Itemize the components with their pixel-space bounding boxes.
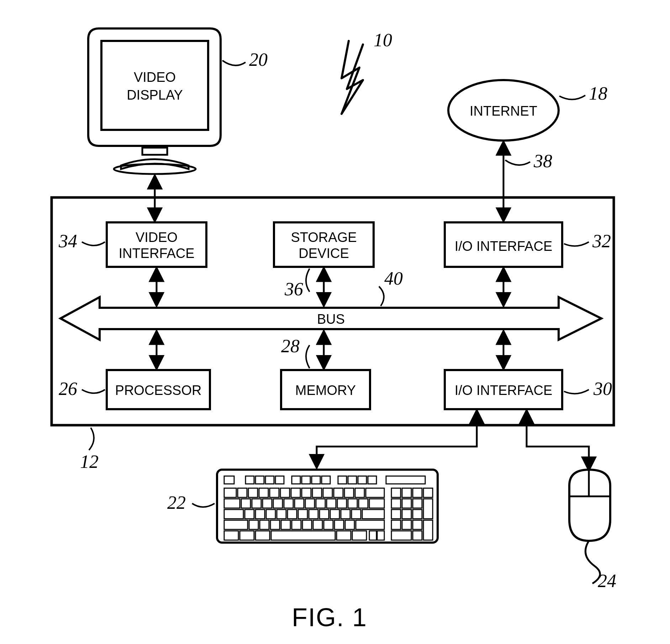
ref-34: 34: [58, 231, 77, 251]
video-interface-node: VIDEO INTERFACE: [107, 222, 206, 267]
svg-rect-47: [391, 488, 401, 497]
internet-label: INTERNET: [470, 104, 537, 118]
svg-rect-85: [224, 520, 248, 529]
ref-10: 10: [374, 30, 392, 50]
svg-rect-101: [224, 531, 238, 540]
svg-rect-19: [224, 476, 234, 484]
svg-rect-104: [271, 531, 335, 540]
svg-rect-81: [362, 510, 384, 519]
svg-rect-34: [238, 488, 247, 497]
svg-rect-52: [241, 499, 250, 508]
svg-rect-61: [337, 499, 347, 508]
svg-rect-103: [255, 531, 270, 540]
svg-rect-43: [334, 488, 343, 497]
svg-rect-38: [280, 488, 290, 497]
memory-node: MEMORY: [281, 370, 370, 409]
svg-rect-1: [142, 148, 167, 155]
svg-rect-44: [344, 488, 354, 497]
svg-rect-92: [313, 520, 322, 529]
svg-rect-62: [348, 499, 357, 508]
svg-rect-55: [273, 499, 283, 508]
svg-point-2: [114, 164, 196, 174]
ref-20: 20: [249, 49, 268, 70]
svg-rect-22: [265, 476, 274, 484]
svg-rect-84: [413, 510, 422, 519]
svg-rect-67: [413, 499, 422, 508]
ref-30: 30: [593, 379, 612, 399]
video-interface-label-2: INTERFACE: [118, 246, 194, 261]
svg-rect-31: [368, 476, 376, 484]
ref-28: 28: [281, 336, 300, 356]
svg-rect-54: [263, 499, 272, 508]
svg-rect-95: [345, 520, 354, 529]
io-interface-lower-node: I/O INTERFACE: [445, 370, 562, 409]
processor-label: PROCESSOR: [115, 383, 202, 398]
keyboard-node: [217, 470, 438, 543]
ref-24: 24: [598, 571, 616, 591]
svg-rect-63: [359, 499, 368, 508]
svg-rect-23: [275, 476, 284, 484]
storage-device-node: STORAGE DEVICE: [274, 222, 374, 267]
svg-rect-46: [366, 488, 384, 497]
svg-rect-29: [348, 476, 357, 484]
svg-rect-87: [260, 520, 269, 529]
svg-rect-90: [292, 520, 301, 529]
memory-label: MEMORY: [295, 383, 356, 398]
svg-rect-79: [341, 510, 350, 519]
svg-rect-53: [252, 499, 261, 508]
svg-rect-30: [358, 476, 366, 484]
svg-rect-64: [369, 499, 384, 508]
svg-rect-97: [391, 520, 401, 529]
svg-rect-76: [309, 510, 318, 519]
svg-rect-27: [322, 476, 330, 484]
ref-38: 38: [533, 151, 552, 171]
svg-rect-82: [391, 510, 401, 519]
video-display-node: VIDEO DISPLAY: [88, 28, 221, 174]
storage-device-label-2: DEVICE: [299, 246, 349, 261]
svg-rect-102: [240, 531, 254, 540]
processor-node: PROCESSOR: [107, 370, 210, 409]
svg-rect-75: [298, 510, 307, 519]
svg-rect-100: [423, 520, 433, 540]
svg-rect-72: [266, 510, 275, 519]
svg-rect-0: [101, 41, 208, 130]
svg-rect-20: [246, 476, 254, 484]
svg-rect-60: [327, 499, 336, 508]
svg-rect-39: [291, 488, 300, 497]
svg-rect-73: [277, 510, 286, 519]
svg-rect-59: [316, 499, 325, 508]
svg-rect-41: [312, 488, 322, 497]
svg-rect-96: [356, 520, 384, 529]
svg-rect-91: [302, 520, 312, 529]
svg-rect-99: [413, 520, 422, 529]
svg-rect-110: [413, 531, 422, 540]
svg-rect-88: [270, 520, 280, 529]
svg-rect-40: [302, 488, 311, 497]
svg-rect-94: [334, 520, 344, 529]
io-interface-upper-node: I/O INTERFACE: [445, 222, 562, 267]
ref-40: 40: [384, 268, 403, 289]
svg-rect-37: [270, 488, 279, 497]
svg-rect-86: [249, 520, 258, 529]
svg-rect-51: [224, 499, 240, 508]
ref-32: 32: [592, 231, 611, 251]
ref-12: 12: [80, 452, 99, 472]
svg-rect-107: [369, 531, 376, 540]
svg-rect-58: [305, 499, 315, 508]
mouse-node: [569, 470, 610, 584]
ref-26: 26: [59, 379, 77, 399]
svg-rect-68: [423, 499, 433, 519]
svg-rect-26: [312, 476, 320, 484]
svg-rect-74: [287, 510, 297, 519]
svg-rect-65: [391, 499, 401, 508]
svg-rect-89: [281, 520, 290, 529]
svg-rect-49: [413, 488, 422, 497]
ref-18: 18: [589, 83, 607, 104]
svg-rect-35: [248, 488, 258, 497]
svg-rect-108: [377, 531, 384, 540]
svg-rect-24: [292, 476, 300, 484]
svg-rect-83: [402, 510, 411, 519]
svg-rect-71: [255, 510, 265, 519]
bus-node: BUS: [60, 297, 601, 340]
figure-label: FIG. 1: [292, 603, 367, 632]
